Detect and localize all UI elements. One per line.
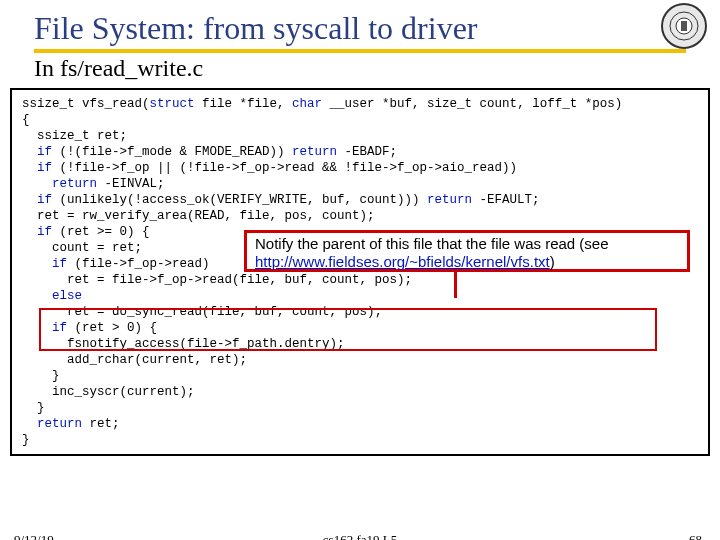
callout-arrow-icon — [454, 272, 457, 298]
callout-link[interactable]: http://www.fieldses.org/~bfields/kernel/… — [255, 253, 550, 270]
svg-rect-3 — [681, 21, 687, 31]
code-block: ssize_t vfs_read(struct file *file, char… — [10, 88, 710, 456]
callout-text-end: ) — [550, 253, 555, 270]
footer-page-number: 68 — [689, 532, 702, 540]
title-bar: File System: from syscall to driver In f… — [0, 0, 720, 82]
footer-center: cs162 fa19 L5 — [0, 532, 720, 540]
subtitle: In fs/read_write.c — [34, 55, 686, 82]
title-underline — [34, 49, 686, 53]
code-content: ssize_t vfs_read(struct file *file, char… — [22, 96, 698, 448]
page-title: File System: from syscall to driver — [34, 10, 686, 47]
seal-logo-icon — [660, 2, 708, 50]
callout-text: Notify the parent of this file that the … — [255, 235, 609, 252]
callout-box: Notify the parent of this file that the … — [244, 230, 690, 272]
